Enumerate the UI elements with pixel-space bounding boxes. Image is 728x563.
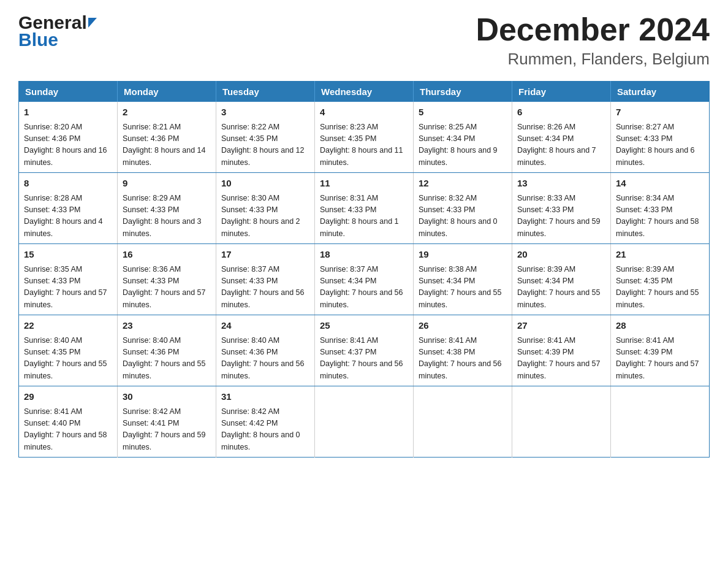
day-number: 28	[616, 319, 704, 333]
day-info: Sunrise: 8:37 AM Sunset: 4:34 PM Dayligh…	[320, 264, 408, 312]
daylight-label: Daylight: 7 hours and 57 minutes.	[517, 359, 601, 380]
day-info: Sunrise: 8:25 AM Sunset: 4:34 PM Dayligh…	[419, 121, 507, 169]
col-header-saturday: Saturday	[611, 82, 710, 102]
daylight-label: Daylight: 8 hours and 14 minutes.	[123, 146, 206, 166]
day-info: Sunrise: 8:30 AM Sunset: 4:33 PM Dayligh…	[221, 193, 309, 240]
sunrise-label: Sunrise: 8:40 AM	[123, 336, 181, 345]
calendar-cell: 12 Sunrise: 8:32 AM Sunset: 4:33 PM Dayl…	[414, 173, 512, 244]
day-info: Sunrise: 8:42 AM Sunset: 4:41 PM Dayligh…	[123, 406, 211, 454]
sunrise-label: Sunrise: 8:28 AM	[24, 194, 82, 202]
sunrise-label: Sunrise: 8:29 AM	[123, 194, 181, 202]
calendar-cell: 8 Sunrise: 8:28 AM Sunset: 4:33 PM Dayli…	[19, 173, 118, 244]
day-info: Sunrise: 8:41 AM Sunset: 4:39 PM Dayligh…	[517, 335, 605, 383]
day-info: Sunrise: 8:28 AM Sunset: 4:33 PM Dayligh…	[24, 193, 112, 240]
sunset-label: Sunset: 4:33 PM	[616, 134, 672, 143]
daylight-label: Daylight: 8 hours and 0 minutes.	[221, 431, 300, 451]
calendar-cell: 4 Sunrise: 8:23 AM Sunset: 4:35 PM Dayli…	[315, 102, 414, 173]
calendar-week-row: 8 Sunrise: 8:28 AM Sunset: 4:33 PM Dayli…	[19, 173, 710, 244]
daylight-label: Daylight: 8 hours and 1 minute.	[320, 217, 399, 237]
day-info: Sunrise: 8:29 AM Sunset: 4:33 PM Dayligh…	[123, 193, 211, 240]
calendar-cell: 6 Sunrise: 8:26 AM Sunset: 4:34 PM Dayli…	[512, 102, 611, 173]
sunset-label: Sunset: 4:34 PM	[419, 277, 475, 285]
day-number: 30	[123, 390, 211, 404]
day-number: 2	[123, 105, 211, 120]
sunrise-label: Sunrise: 8:41 AM	[517, 336, 575, 345]
calendar-week-row: 15 Sunrise: 8:35 AM Sunset: 4:33 PM Dayl…	[19, 244, 710, 315]
daylight-label: Daylight: 7 hours and 55 minutes.	[419, 288, 502, 308]
calendar-week-row: 1 Sunrise: 8:20 AM Sunset: 4:36 PM Dayli…	[19, 102, 710, 173]
sunset-label: Sunset: 4:40 PM	[24, 419, 80, 427]
calendar-week-row: 22 Sunrise: 8:40 AM Sunset: 4:35 PM Dayl…	[19, 315, 710, 386]
daylight-label: Daylight: 7 hours and 59 minutes.	[123, 431, 206, 451]
day-info: Sunrise: 8:38 AM Sunset: 4:34 PM Dayligh…	[419, 264, 507, 312]
day-info: Sunrise: 8:34 AM Sunset: 4:33 PM Dayligh…	[616, 193, 704, 240]
sunset-label: Sunset: 4:33 PM	[616, 205, 672, 214]
calendar-cell: 21 Sunrise: 8:39 AM Sunset: 4:35 PM Dayl…	[611, 244, 710, 315]
day-number: 4	[320, 105, 408, 120]
day-number: 25	[320, 319, 408, 333]
sunrise-label: Sunrise: 8:27 AM	[616, 123, 674, 131]
day-info: Sunrise: 8:41 AM Sunset: 4:37 PM Dayligh…	[320, 335, 408, 383]
calendar-cell	[611, 386, 710, 458]
calendar-cell: 18 Sunrise: 8:37 AM Sunset: 4:34 PM Dayl…	[315, 244, 414, 315]
sunrise-label: Sunrise: 8:42 AM	[123, 407, 181, 416]
sunset-label: Sunset: 4:35 PM	[320, 134, 376, 143]
sunset-label: Sunset: 4:38 PM	[419, 348, 475, 356]
day-info: Sunrise: 8:39 AM Sunset: 4:35 PM Dayligh…	[616, 264, 704, 312]
day-info: Sunrise: 8:22 AM Sunset: 4:35 PM Dayligh…	[221, 121, 309, 169]
daylight-label: Daylight: 7 hours and 56 minutes.	[221, 288, 305, 308]
sunrise-label: Sunrise: 8:35 AM	[24, 265, 82, 274]
sunset-label: Sunset: 4:36 PM	[221, 348, 278, 356]
sunrise-label: Sunrise: 8:32 AM	[419, 194, 477, 202]
sunrise-label: Sunrise: 8:26 AM	[517, 123, 575, 131]
calendar-cell: 31 Sunrise: 8:42 AM Sunset: 4:42 PM Dayl…	[216, 386, 315, 458]
daylight-label: Daylight: 8 hours and 11 minutes.	[320, 146, 403, 166]
day-number: 21	[616, 248, 704, 262]
calendar-cell: 13 Sunrise: 8:33 AM Sunset: 4:33 PM Dayl…	[512, 173, 611, 244]
sunset-label: Sunset: 4:35 PM	[221, 134, 278, 143]
day-number: 24	[221, 319, 309, 333]
day-info: Sunrise: 8:35 AM Sunset: 4:33 PM Dayligh…	[24, 264, 112, 312]
day-info: Sunrise: 8:41 AM Sunset: 4:39 PM Dayligh…	[616, 335, 704, 383]
day-info: Sunrise: 8:21 AM Sunset: 4:36 PM Dayligh…	[123, 121, 211, 169]
day-number: 14	[616, 177, 704, 191]
calendar-cell: 24 Sunrise: 8:40 AM Sunset: 4:36 PM Dayl…	[216, 315, 315, 386]
day-info: Sunrise: 8:37 AM Sunset: 4:33 PM Dayligh…	[221, 264, 309, 312]
sunrise-label: Sunrise: 8:39 AM	[517, 265, 575, 274]
daylight-label: Daylight: 7 hours and 55 minutes.	[24, 359, 107, 380]
daylight-label: Daylight: 7 hours and 57 minutes.	[123, 288, 206, 308]
sunset-label: Sunset: 4:34 PM	[320, 277, 376, 285]
day-info: Sunrise: 8:36 AM Sunset: 4:33 PM Dayligh…	[123, 264, 211, 312]
calendar-cell	[414, 386, 512, 458]
day-number: 31	[221, 390, 309, 404]
day-number: 9	[123, 177, 211, 191]
sunrise-label: Sunrise: 8:41 AM	[24, 407, 82, 416]
daylight-label: Daylight: 8 hours and 4 minutes.	[24, 217, 103, 237]
sunset-label: Sunset: 4:42 PM	[221, 419, 278, 427]
day-info: Sunrise: 8:23 AM Sunset: 4:35 PM Dayligh…	[320, 121, 408, 169]
calendar-header-row: SundayMondayTuesdayWednesdayThursdayFrid…	[19, 82, 710, 102]
calendar-cell: 27 Sunrise: 8:41 AM Sunset: 4:39 PM Dayl…	[512, 315, 611, 386]
day-info: Sunrise: 8:41 AM Sunset: 4:38 PM Dayligh…	[419, 335, 507, 383]
calendar-cell: 1 Sunrise: 8:20 AM Sunset: 4:36 PM Dayli…	[19, 102, 118, 173]
day-number: 16	[123, 248, 211, 262]
daylight-label: Daylight: 7 hours and 59 minutes.	[517, 217, 601, 237]
day-info: Sunrise: 8:31 AM Sunset: 4:33 PM Dayligh…	[320, 193, 408, 240]
day-info: Sunrise: 8:33 AM Sunset: 4:33 PM Dayligh…	[517, 193, 605, 240]
logo: General Blue	[18, 12, 97, 49]
day-number: 11	[320, 177, 408, 191]
sunset-label: Sunset: 4:33 PM	[517, 205, 574, 214]
col-header-tuesday: Tuesday	[216, 82, 315, 102]
day-number: 20	[517, 248, 605, 262]
sunset-label: Sunset: 4:33 PM	[123, 205, 179, 214]
sunset-label: Sunset: 4:35 PM	[24, 348, 80, 356]
day-number: 7	[616, 105, 704, 120]
sunrise-label: Sunrise: 8:31 AM	[320, 194, 378, 202]
col-header-monday: Monday	[118, 82, 216, 102]
daylight-label: Daylight: 7 hours and 57 minutes.	[24, 288, 107, 308]
sunset-label: Sunset: 4:34 PM	[517, 277, 574, 285]
sunset-label: Sunset: 4:39 PM	[517, 348, 574, 356]
day-number: 23	[123, 319, 211, 333]
sunrise-label: Sunrise: 8:40 AM	[221, 336, 279, 345]
day-number: 22	[24, 319, 112, 333]
